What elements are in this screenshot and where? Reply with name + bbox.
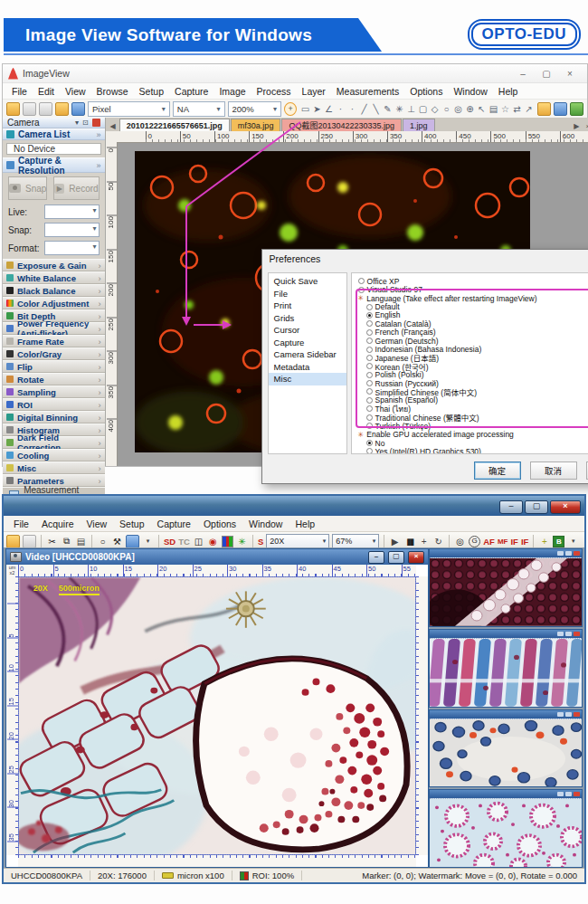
preferences-nav-item[interactable]: Print — [269, 300, 346, 312]
sd-button[interactable]: SD — [164, 537, 175, 547]
layers-icon[interactable] — [537, 102, 551, 116]
record-button[interactable]: ▶ Record — [53, 176, 99, 200]
target-icon[interactable]: ◎ — [454, 537, 466, 547]
preview-icon[interactable]: ○ — [97, 537, 109, 547]
minimize-icon[interactable]: – — [368, 551, 384, 564]
close-icon[interactable] — [574, 551, 580, 556]
sidebar-section-header[interactable]: Misc — [3, 462, 105, 474]
menu-item[interactable]: Options — [404, 86, 448, 97]
ok-button[interactable]: 确定 — [474, 462, 521, 480]
menu-item[interactable]: Window — [448, 86, 492, 97]
gpu-radio-row[interactable]: Yes (Intel(R) HD Graphics 530) — [358, 447, 588, 454]
sidebar-section-header[interactable]: Dark Field Correction — [3, 436, 105, 449]
imageview-titlebar[interactable]: ImageView – ▢ × — [3, 64, 587, 83]
thumbnail-image-stem[interactable] — [430, 557, 582, 626]
minimize-icon[interactable] — [557, 792, 564, 796]
minimize-icon[interactable]: – — [499, 500, 523, 514]
format-select[interactable] — [44, 241, 100, 255]
minimize-icon[interactable] — [557, 712, 564, 717]
tool-icon[interactable]: ⇄ — [511, 104, 523, 114]
sidebar-section-header[interactable]: Color Adjustment — [3, 297, 105, 309]
thumbnail-window[interactable] — [429, 548, 583, 627]
save-icon[interactable] — [23, 102, 36, 116]
move-icon[interactable]: + — [418, 537, 430, 547]
thumbnail-titlebar[interactable] — [430, 630, 582, 638]
close-icon[interactable]: × — [408, 551, 424, 564]
menu-item[interactable]: File — [7, 519, 35, 529]
preferences-nav-item[interactable]: Metadata — [269, 361, 346, 374]
thumbnail-image-cells[interactable] — [430, 718, 582, 787]
paste-icon[interactable]: ▤ — [75, 537, 87, 547]
language-radio-row[interactable]: Default — [358, 302, 588, 310]
menu-item[interactable]: Setup — [113, 519, 150, 529]
preferences-nav-item[interactable]: Capture — [269, 337, 346, 349]
menu-item[interactable]: Setup — [134, 86, 169, 97]
video-viewport[interactable]: 20X 500micron — [18, 576, 416, 855]
mf-button[interactable]: MF — [498, 538, 508, 546]
language-radio-row[interactable]: Turkish (Türkçe) — [358, 422, 588, 430]
sidebar-section-header[interactable]: Power Frequency (Anti-flicker) — [3, 322, 105, 335]
thumbnail-titlebar[interactable] — [430, 549, 582, 557]
preferences-nav-item[interactable]: Quick Save — [269, 275, 346, 288]
maximize-icon[interactable] — [565, 632, 572, 636]
language-radio-row[interactable]: Traditional Chinese (繁體中文) — [358, 413, 588, 421]
tool-icon[interactable]: ➤ — [311, 104, 323, 114]
chevron-down-icon[interactable]: ▾ — [142, 538, 154, 545]
panel-dropdown-icon[interactable]: ▾ — [73, 119, 81, 127]
menu-item[interactable]: Measurements — [331, 86, 404, 97]
menu-item[interactable]: Edit — [33, 86, 60, 97]
image-tab[interactable]: 1.jpg — [403, 119, 435, 131]
menu-item[interactable]: Options — [197, 519, 242, 529]
grid-icon[interactable] — [570, 102, 583, 116]
tool-icon[interactable]: · — [335, 104, 346, 114]
copy-icon[interactable]: ⧉ — [61, 536, 72, 547]
language-radio-row[interactable]: Simplified Chinese (简体中文) — [358, 387, 588, 395]
tool-icon[interactable]: ✳ — [394, 104, 405, 114]
thumbnail-window[interactable] — [429, 709, 583, 788]
open-icon[interactable] — [6, 102, 20, 116]
thumbnail-titlebar[interactable] — [430, 710, 582, 718]
chevron-down-icon[interactable]: ▾ — [567, 538, 579, 545]
thumbnail-image-fibers[interactable] — [430, 638, 582, 707]
sidebar-section-header[interactable]: Exposure & Gain — [3, 259, 105, 271]
cancel-button[interactable]: 取消 — [530, 462, 577, 480]
save-all-icon[interactable] — [39, 102, 52, 116]
language-radio-row[interactable]: French (Français) — [358, 328, 588, 337]
maximize-icon[interactable] — [565, 792, 572, 796]
open-icon[interactable] — [6, 535, 20, 548]
tool-icon[interactable]: ▭ — [299, 104, 311, 114]
style-radio-row[interactable]: Office XP — [358, 277, 588, 285]
menu-item[interactable]: Capture — [169, 86, 213, 97]
export-icon[interactable] — [554, 102, 567, 116]
pause-icon[interactable]: ▮▮ — [403, 537, 415, 547]
tab-prev-icon[interactable]: ◀ — [108, 122, 119, 131]
close-icon[interactable]: × — [550, 500, 581, 514]
save-icon[interactable] — [23, 535, 36, 548]
tool-icon[interactable]: ✎ — [382, 104, 394, 114]
record-icon[interactable]: ◉ — [207, 537, 219, 547]
maximize-icon[interactable]: ▢ — [388, 551, 404, 564]
sidebar-section-header[interactable]: Black Balance — [3, 284, 105, 297]
tab-close-icon[interactable]: × — [583, 122, 588, 131]
live-icon[interactable]: ✳ — [236, 537, 248, 547]
cut-icon[interactable]: ✂ — [46, 537, 58, 547]
menu-item[interactable]: Capture — [151, 519, 197, 529]
language-radio-row[interactable]: English — [358, 311, 588, 319]
sidebar-section-header[interactable]: Flip — [3, 360, 105, 373]
menu-item[interactable]: Help — [493, 86, 524, 97]
if-button[interactable]: IF — [510, 537, 517, 547]
preferences-titlebar[interactable]: Preferences × — [262, 250, 588, 268]
magnification-select[interactable]: 20X ▾ — [266, 534, 329, 548]
menu-item[interactable]: View — [81, 519, 114, 529]
no-device-item[interactable]: No Device — [6, 143, 101, 155]
tool-icon[interactable]: ◎ — [452, 104, 464, 114]
gpu-radio-row[interactable]: No — [358, 439, 588, 447]
menu-item[interactable]: Acquire — [35, 519, 81, 529]
camera-settings-icon[interactable] — [126, 535, 139, 548]
style-radio-row[interactable]: Visual Studio 97 — [358, 285, 588, 293]
tab-next-icon[interactable]: ▶ — [571, 122, 582, 131]
panel-pin-icon[interactable]: ⊡ — [81, 119, 90, 127]
sidebar-section-header[interactable]: Color/Gray — [3, 347, 105, 360]
sidebar-section-header[interactable]: Sampling — [3, 385, 105, 398]
maximize-icon[interactable]: ▢ — [535, 69, 558, 79]
